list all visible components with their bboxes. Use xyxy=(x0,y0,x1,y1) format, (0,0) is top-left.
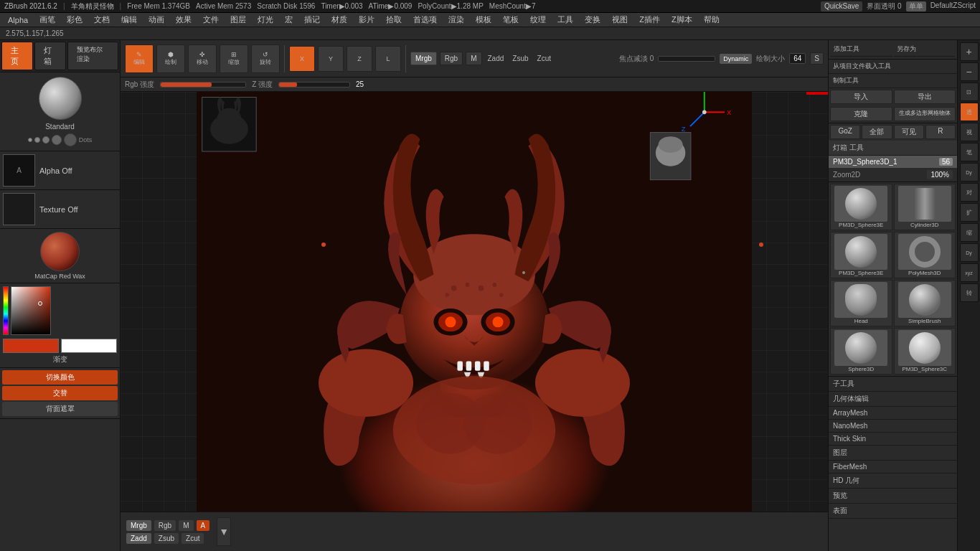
strip-expand[interactable]: 扩 xyxy=(960,203,979,222)
menu-template[interactable]: 模板 xyxy=(471,13,496,27)
menu-movie[interactable]: 影片 xyxy=(354,13,380,27)
mesh-item-polymesh[interactable]: PolyMesh3D xyxy=(894,232,956,278)
brush-dot-4[interactable] xyxy=(52,135,62,145)
canvas-area[interactable]: X Y Z xyxy=(121,92,828,512)
lightbox-tool-label[interactable]: 灯箱 工具 xyxy=(829,141,957,156)
r-btn[interactable]: R xyxy=(925,125,956,139)
menu-render[interactable]: 渲染 xyxy=(443,13,469,27)
menu-zscript[interactable]: Z脚本 xyxy=(666,13,697,27)
tab-preview[interactable]: 预览布尔渲染 xyxy=(67,42,118,70)
edit-btn[interactable]: ✎编辑 xyxy=(125,44,154,73)
quick-save[interactable]: QuickSave xyxy=(821,1,862,11)
menu-brush[interactable]: 画笔 xyxy=(34,13,60,27)
strip-dynamic[interactable]: Dy xyxy=(960,163,979,182)
mesh-item-head[interactable]: Head xyxy=(830,280,892,326)
rgb-bottom-btn[interactable]: Rgb xyxy=(154,520,176,531)
mrgb-bottom-btn[interactable]: Mrgb xyxy=(126,520,151,531)
fibermesh-item[interactable]: FiberMesh xyxy=(829,461,957,474)
menu-effect[interactable]: 效果 xyxy=(171,13,197,27)
color-sv-square[interactable] xyxy=(11,286,51,335)
brush-dot-1[interactable] xyxy=(28,138,32,142)
save-as-btn[interactable]: 另存为 xyxy=(894,42,956,57)
rotate-btn[interactable]: ↺旋转 xyxy=(251,44,280,73)
nanomesh-item[interactable]: NanoMesh xyxy=(829,420,957,433)
mesh-item-sphere3c[interactable]: PM3D_Sphere3C xyxy=(894,328,956,375)
brush-sphere-preview[interactable] xyxy=(39,77,82,120)
m-btn[interactable]: M xyxy=(466,52,481,65)
hd-geo-item[interactable]: HD 几何 xyxy=(829,474,957,489)
sym-y-btn[interactable]: Y xyxy=(318,46,344,72)
menu-note[interactable]: 插记 xyxy=(299,13,325,27)
matcap-sphere-preview[interactable] xyxy=(40,232,80,271)
brush-dot-5[interactable] xyxy=(64,133,77,146)
menu-pref[interactable]: 首选项 xyxy=(408,13,442,27)
strip-zoom-in[interactable]: + xyxy=(960,42,979,61)
strip-dynamic2[interactable]: Dy xyxy=(960,243,979,262)
menu-macro[interactable]: 宏 xyxy=(280,13,298,27)
zadd-bottom-btn[interactable]: Zadd xyxy=(126,533,151,544)
import-btn[interactable]: 导入 xyxy=(830,90,892,104)
rgb-btn-top[interactable]: Rgb xyxy=(440,52,463,65)
move-btn[interactable]: ✜移动 xyxy=(188,44,217,73)
scroll-down-btn[interactable]: ▼ xyxy=(217,517,231,546)
menu-file[interactable]: 文件 xyxy=(198,13,224,27)
export-btn[interactable]: 导出 xyxy=(894,90,956,104)
menu-zplugin[interactable]: Z插件 xyxy=(634,13,665,27)
arraymesh-item[interactable]: ArrayMesh xyxy=(829,407,957,420)
strip-zoom-out[interactable]: − xyxy=(960,62,979,81)
mesh-item-simple[interactable]: SimpleBrush xyxy=(894,280,956,326)
secondary-color-swatch[interactable] xyxy=(61,339,117,353)
copy-tool-btn[interactable]: 制制工具 xyxy=(829,74,957,88)
menu-light[interactable]: 灯光 xyxy=(253,13,278,27)
dynamic-btn[interactable]: Dynamic xyxy=(720,54,752,64)
menu-material[interactable]: 材质 xyxy=(326,13,352,27)
tab-home[interactable]: 主页 xyxy=(1,42,33,70)
menu-view[interactable]: 视图 xyxy=(607,13,633,27)
sym-z-btn[interactable]: Z xyxy=(347,46,372,72)
zcut-bottom-btn[interactable]: Zcut xyxy=(182,533,204,544)
a-bottom-btn[interactable]: A xyxy=(197,520,210,531)
texture-off-label[interactable]: Texture Off xyxy=(39,205,78,214)
menu-tool[interactable]: 工具 xyxy=(552,13,578,27)
menu-help[interactable]: 帮助 xyxy=(699,13,725,27)
preview-item[interactable]: 预览 xyxy=(829,489,957,504)
strip-perspective[interactable]: 透 xyxy=(960,103,979,121)
mesh-item-sphere3e-2[interactable]: PM3D_Sphere3E xyxy=(830,232,892,278)
m-bottom-btn[interactable]: M xyxy=(179,520,193,531)
menu-animate[interactable]: 动画 xyxy=(143,13,169,27)
menu-tablet[interactable]: 笔板 xyxy=(498,13,524,27)
focal-slider[interactable] xyxy=(658,56,715,62)
hue-bar[interactable] xyxy=(3,286,9,335)
s-btn[interactable]: S xyxy=(810,52,824,65)
strip-view[interactable]: 视 xyxy=(960,123,979,141)
menu-edit[interactable]: 编辑 xyxy=(116,13,142,27)
mrgb-btn[interactable]: Mrgb xyxy=(410,52,437,65)
menu-document[interactable]: 文档 xyxy=(89,13,115,27)
load-tool-btn[interactable]: 从项目文件载入工具 xyxy=(829,60,957,74)
clone-btn[interactable]: 克隆 xyxy=(830,107,892,121)
menu-texture[interactable]: 纹理 xyxy=(525,13,551,27)
switch-color-btn[interactable]: 切换颜色 xyxy=(2,370,118,385)
sym-x-btn[interactable]: X xyxy=(289,46,315,72)
rgb-intensity-slider[interactable] xyxy=(160,82,246,88)
primary-color-swatch[interactable] xyxy=(3,339,59,353)
menu-alpha[interactable]: Alpha xyxy=(3,14,33,26)
demon-sculpture[interactable]: X Y Z xyxy=(121,92,828,512)
mesh-item-sphere3e-1[interactable]: PM3D_Sphere3E xyxy=(830,184,892,230)
strip-scale2[interactable]: 缩 xyxy=(960,223,979,242)
scale-btn[interactable]: ⊞缩放 xyxy=(220,44,248,73)
menu-transform[interactable]: 变换 xyxy=(580,13,606,27)
strip-rotate[interactable]: 转 xyxy=(960,283,979,302)
menu-layer[interactable]: 图层 xyxy=(225,13,251,27)
strip-align[interactable]: 对 xyxy=(960,183,979,202)
menu-pick[interactable]: 拾取 xyxy=(381,13,407,27)
gen-poly-btn[interactable]: 生成多边形网格物体 xyxy=(894,107,956,121)
mesh-item-sphere3d[interactable]: Sphere3D xyxy=(830,328,892,375)
exchange-btn[interactable]: 交替 xyxy=(2,386,118,400)
strip-xyz[interactable]: xyz xyxy=(960,263,979,282)
add-tool-btn[interactable]: 添加工具 xyxy=(831,42,892,57)
mesh-item-cylinder[interactable]: Cylinder3D xyxy=(894,184,956,230)
tab-lightbox[interactable]: 灯箱 xyxy=(34,42,66,70)
strip-fit[interactable]: ⊡ xyxy=(960,83,979,101)
subtool-item[interactable]: 子工具 xyxy=(829,377,957,392)
